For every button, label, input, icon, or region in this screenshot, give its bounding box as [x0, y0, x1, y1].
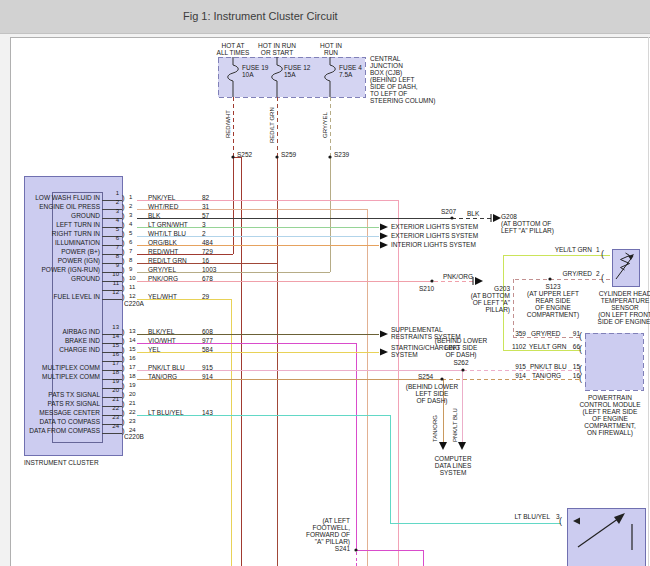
- pin-number: 17: [129, 364, 136, 370]
- switch-wire-color: LT BLU/YEL: [504, 513, 550, 520]
- pin-function-label: POWER (IGN): [20, 257, 100, 264]
- system-srs: SUPPLEMENTAL: [391, 326, 443, 333]
- system-data-lines: COMPUTER: [425, 455, 481, 462]
- pin-chevron-icon: ): [122, 283, 125, 292]
- wire-label-blk: BLK: [467, 210, 479, 217]
- fuse-amps: 15A: [284, 71, 296, 78]
- wire-circuit-label: 977: [202, 337, 213, 344]
- wire-color-label: GRY/YEL: [148, 266, 176, 273]
- pin-function-label: DATA FROM COMPASS: [20, 427, 100, 434]
- cjb-label: TO LEFT OF: [370, 90, 407, 97]
- ground-location: LEFT "A" PILLAR): [501, 227, 554, 234]
- sensor-pin-color: YEL/LT GRN: [546, 246, 592, 253]
- pin-chevron-icon: ): [122, 274, 125, 283]
- wire-color-label: WHT/RED: [148, 203, 178, 210]
- system-interior-lights: INTERIOR LIGHTS SYSTEM: [391, 241, 476, 248]
- pin-chevron-icon: ): [122, 256, 125, 265]
- splice-label: S252: [237, 151, 252, 158]
- pin-function-label: FUEL LEVEL IN: [20, 293, 100, 300]
- feed-hot-label: RUN: [304, 49, 358, 56]
- pin-number-inner: 11: [100, 280, 119, 286]
- pin-number-inner: 19: [100, 378, 119, 384]
- pcm-wire-color: PNK/LT BLU: [530, 363, 567, 370]
- wire-color-label: BLK/YEL: [148, 328, 174, 335]
- cluster-pin-row: LOW WASH FLUID IN 1 ) 1 PNK/YEL 82: [0, 194, 650, 203]
- wire-circuit-label: 57: [202, 212, 209, 219]
- splice-label-s210: S210: [419, 285, 434, 292]
- splice-location: FOOTWELL,: [300, 524, 350, 531]
- pin-number: 14: [129, 337, 136, 343]
- pin-number: 18: [129, 373, 136, 379]
- system-charging: SYSTEM: [391, 351, 418, 358]
- splice-location: (AT UPPER LEFT: [523, 290, 583, 297]
- wire-circuit-label: 678: [202, 275, 213, 282]
- wire-color-label: YEL: [148, 346, 160, 353]
- wire-circuit-label: 915: [202, 364, 213, 371]
- pin-number: 2: [129, 203, 132, 209]
- ground-label-g208: G208: [501, 213, 517, 220]
- splice-location: FORWARD OF: [300, 531, 350, 538]
- splice-location: OF DASH): [431, 351, 491, 358]
- feed-wire-label: GRY/YEL: [322, 112, 328, 138]
- wire-circuit-label: 143: [202, 409, 213, 416]
- wire-label-pnk-org: PNK/ORG: [443, 273, 473, 280]
- pcm-circuit: 1102: [498, 343, 526, 350]
- pin-number: 1: [129, 194, 132, 200]
- pcm-label: (LEFT REAR SIDE: [560, 408, 650, 415]
- wire-color-label: YEL/WHT: [148, 293, 177, 300]
- pin-number-inner: 21: [100, 396, 119, 402]
- splice-label: S259: [281, 151, 296, 158]
- pin-number-inner: 1: [100, 190, 119, 196]
- instrument-cluster-label: INSTRUMENT CLUSTER: [24, 459, 99, 466]
- pin-number-inner: 9: [100, 262, 119, 268]
- pcm-wire-color: YEL/LT GRN: [529, 343, 566, 350]
- splice-location: LEFT SIDE: [404, 390, 460, 397]
- pin-function-label: LOW WASH FLUID IN: [20, 194, 100, 201]
- pin-number-inner: 16: [100, 351, 119, 357]
- cluster-pin-row: ENGINE OIL PRESS 2 ) 2 WHT/RED 31: [0, 203, 650, 212]
- splice-label-s262: S262: [431, 359, 491, 366]
- feed-wire-label: RED/WHT: [225, 110, 231, 138]
- pin-number: 10: [129, 275, 136, 281]
- pin-number: 11: [129, 284, 135, 290]
- pin-function-label: GROUND: [20, 212, 100, 219]
- splice-location: COMPARTMENT): [523, 311, 583, 318]
- pin-function-label: MULTIPLEX COMM: [20, 364, 100, 371]
- fuse-name: FUSE 4: [339, 64, 362, 71]
- connector-label-c220b: C220B: [124, 433, 144, 440]
- wire-color-label: LT GRN/WHT: [148, 221, 188, 228]
- pin-number: 12: [129, 293, 136, 299]
- pin-number-inner: 3: [100, 208, 119, 214]
- pin-number: 21: [129, 400, 136, 406]
- pin-number-inner: 23: [100, 414, 119, 420]
- pin-chevron-icon: (: [601, 274, 604, 283]
- pin-function-label: PATS TX SIGNAL: [20, 391, 100, 398]
- pin-chevron-icon: (: [559, 517, 562, 526]
- pin-number-inner: 10: [100, 271, 119, 277]
- pin-function-label: RIGHT TURN IN: [20, 230, 100, 237]
- pin-number: 23: [129, 418, 136, 424]
- sensor-label: TEMPERATURE: [577, 297, 650, 304]
- wire-color-label: RED/WHT: [148, 248, 178, 255]
- splice-label-s207: S207: [441, 208, 456, 215]
- pin-function-label: GROUND: [20, 275, 100, 282]
- wire-circuit-label: 3: [202, 221, 206, 228]
- pin-number-inner: 12: [100, 289, 119, 295]
- wire-circuit-label: 584: [202, 346, 213, 353]
- pin-chevron-icon: ): [122, 354, 125, 363]
- pin-number-inner: 4: [100, 217, 119, 223]
- pin-number: 4: [129, 221, 132, 227]
- wire-circuit-label: 16: [202, 257, 209, 264]
- fuse-amps: 10A: [242, 71, 254, 78]
- pin-number-inner: 24: [100, 423, 119, 429]
- wire-color-label: TAN/ORG: [148, 373, 177, 380]
- cluster-pin-row: MESSAGE CENTER 22 ) 22 LT BLU/YEL 143: [0, 409, 650, 418]
- pin-number-inner: 15: [100, 342, 119, 348]
- splice-location: (BEHIND LOWER: [404, 383, 460, 390]
- pin-function-label: ENGINE OIL PRESS: [20, 203, 100, 210]
- wire-circuit-label: 82: [202, 194, 209, 201]
- pcm-pin: 91: [566, 330, 580, 337]
- pin-chevron-icon: (: [579, 345, 582, 354]
- pin-number: 9: [129, 266, 132, 272]
- feed-hot-label: HOT IN: [304, 42, 358, 49]
